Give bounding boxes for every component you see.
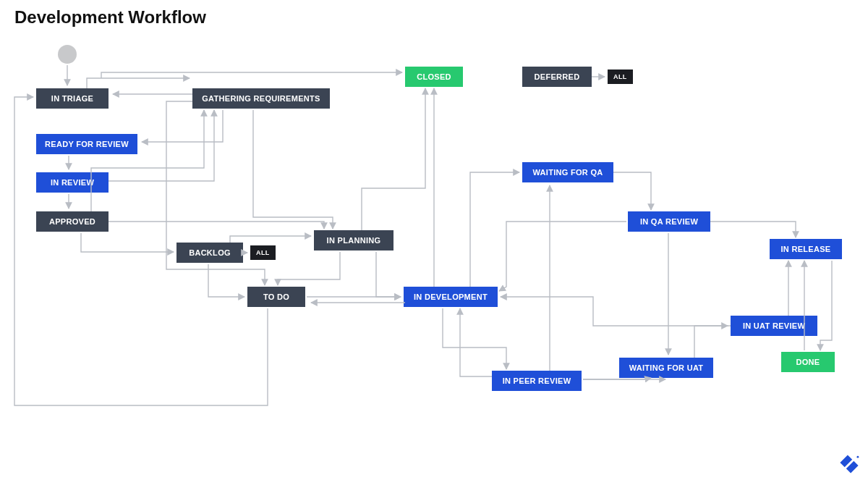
node-in-review: IN REVIEW bbox=[36, 172, 109, 193]
node-approved: APPROVED bbox=[36, 211, 109, 232]
node-closed: CLOSED bbox=[405, 67, 463, 87]
node-in-qa-review: IN QA REVIEW bbox=[628, 211, 710, 232]
page-title: Development Workflow bbox=[14, 7, 206, 28]
node-to-do: TO DO bbox=[247, 287, 305, 307]
tag-backlog-all: ALL bbox=[250, 245, 276, 260]
svg-point-0 bbox=[857, 456, 859, 458]
node-ready-for-review: READY FOR REVIEW bbox=[36, 134, 137, 154]
node-gathering-req: GATHERING REQUIREMENTS bbox=[192, 88, 330, 109]
node-backlog: BACKLOG bbox=[176, 243, 243, 263]
node-in-release: IN RELEASE bbox=[770, 239, 842, 259]
node-in-planning: IN PLANNING bbox=[314, 230, 393, 250]
node-deferred: DEFERRED bbox=[522, 67, 592, 87]
tag-deferred-all: ALL bbox=[608, 70, 633, 84]
node-waiting-for-qa: WAITING FOR QA bbox=[522, 162, 613, 182]
node-done: DONE bbox=[781, 352, 835, 372]
node-waiting-for-uat: WAITING FOR UAT bbox=[619, 358, 713, 378]
node-in-uat-review: IN UAT REVIEW bbox=[731, 316, 817, 336]
node-in-peer-review: IN PEER REVIEW bbox=[492, 371, 582, 391]
node-in-development: IN DEVELOPMENT bbox=[404, 287, 498, 307]
start-node bbox=[58, 45, 77, 64]
node-in-triage: IN TRIAGE bbox=[36, 88, 109, 109]
toptal-logo-icon bbox=[839, 454, 859, 474]
